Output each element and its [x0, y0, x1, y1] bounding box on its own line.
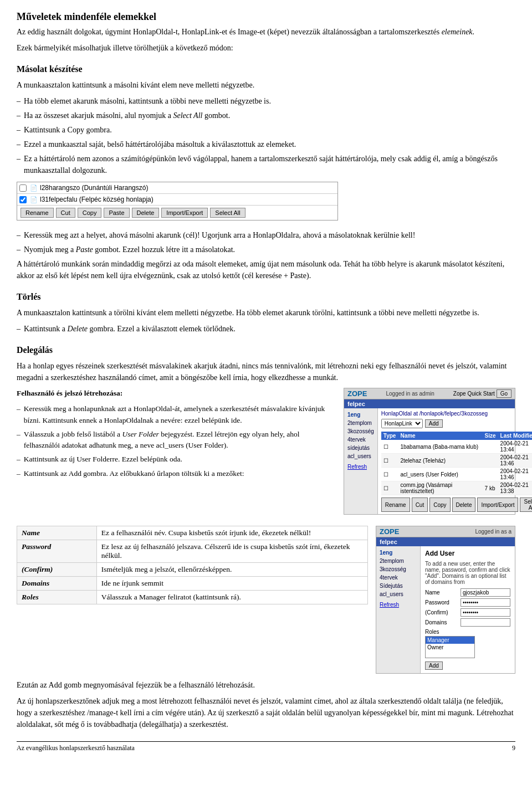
add-user-confirm-label: (Confirm)	[425, 609, 458, 616]
add-user-password-field: Password	[425, 598, 510, 607]
zope-sidebar-item-1[interactable]: 1eng	[344, 411, 377, 419]
form-label-confirm: (Confirm)	[17, 563, 97, 577]
file-row-2: 📄 l31felpecfalu (Felpéc község honlapja)	[17, 194, 337, 206]
add-user-name-field: Name	[425, 588, 510, 597]
zope-sidebar-item-5[interactable]: sídejutás	[344, 444, 377, 452]
bullet-dash: –	[17, 95, 21, 107]
after-form-p2: Az új honlapszerkesztőnek adjuk meg a mo…	[17, 695, 515, 730]
zope-delete-btn[interactable]: Delete	[452, 498, 476, 512]
zope-sidebar-item-2[interactable]: 2templom	[344, 419, 377, 427]
form-label-name: Name	[17, 526, 97, 540]
after-form-p1: Ezután az Add gomb megnyomásával fejezzü…	[17, 679, 515, 691]
bullet-dash: –	[17, 139, 21, 150]
bullet-dash: –	[17, 323, 21, 335]
add-user-password-label: Password	[425, 599, 458, 606]
zope-screenshot: ZOPE Logged in as admin Zope Quick Start…	[344, 388, 515, 515]
fm-paste-button[interactable]: Paste	[104, 208, 129, 218]
zope-go-button[interactable]: Go	[497, 389, 511, 398]
zope-breadcrumb: HonlapOldal at /honlapok/felpec/3kozosse…	[381, 411, 532, 417]
add-user-confirm-input[interactable]	[461, 608, 510, 617]
bullet-text: Kattintsunk az Add gombra. Az előbukkanó…	[24, 468, 244, 479]
zope-body: 1eng 2templom 3kozosség 4tervek sídejutá…	[344, 408, 515, 514]
file-checkbox-1[interactable]	[19, 184, 27, 192]
bullet-text: Nyomjuk meg a Paste gombot. Ezzel hozzuk…	[24, 244, 235, 255]
add-user-zope-header: ZOPE Logged in as a	[376, 526, 515, 537]
bullet-dash: –	[17, 454, 21, 465]
delegalas-layout: Felhasználó és jelszó létrehozása: – Ker…	[17, 388, 515, 515]
bullet-copy-gomb: – Kattintsunk a Copy gombra.	[17, 124, 515, 136]
intro-text2: .	[473, 28, 475, 36]
zope-rename-btn[interactable]: Rename	[381, 498, 410, 512]
td-modified: 2004-02-21 13:46	[498, 468, 532, 481]
td-size	[483, 468, 498, 481]
add-user-name-input[interactable]	[461, 588, 510, 597]
add-user-domains-input[interactable]	[461, 618, 510, 627]
add-user-sidebar-2[interactable]: 2templom	[376, 557, 420, 565]
add-user-sidebar-3[interactable]: 3kozosség	[376, 565, 420, 573]
bullet-internal-copy: – Ezzel a munkaasztal saját, belső hátté…	[17, 139, 515, 150]
bullet-select-all: – Ha az összeset akarjuk másolni, alul n…	[17, 110, 515, 121]
fm-importexport-button[interactable]: Import/Export	[161, 208, 208, 218]
add-user-sidebar-4[interactable]: 4tervek	[376, 573, 420, 582]
fm-rename-button[interactable]: Rename	[21, 208, 54, 218]
section-delegalas-title: Delegálás	[17, 343, 515, 357]
section-torles-title: Törlés	[17, 290, 515, 304]
zope-copy-btn[interactable]: Copy	[429, 498, 450, 512]
zope-selectall-btn[interactable]: Select All	[520, 498, 532, 512]
delegalas-bullet-4: – Kattintsunk az Add gombra. Az előbukka…	[17, 468, 336, 479]
delegalas-bullet-3: – Kattintsunk az új User Folderre. Ezzel…	[17, 454, 336, 465]
zope-refresh-link[interactable]: Refresh	[344, 463, 377, 471]
intro-text: Az eddig használt dolgokat, úgymint Honl…	[17, 28, 442, 36]
fm-cut-button[interactable]: Cut	[56, 208, 75, 218]
file-checkbox-2[interactable]	[19, 196, 27, 203]
td-name: 2telehaz (Teleház)	[398, 454, 482, 468]
add-user-roles-box[interactable]: Manager Owner	[425, 636, 475, 658]
zope-importexport-btn[interactable]: Import/Export	[477, 498, 518, 512]
table-row: ☐ 1babamama (Baba-mama klub) 2004-02-21 …	[381, 440, 532, 454]
fm-copy-button[interactable]: Copy	[78, 208, 102, 218]
fm-delete-button[interactable]: Delete	[132, 208, 160, 218]
add-user-password-input[interactable]	[461, 598, 510, 607]
zope-cut-btn[interactable]: Cut	[412, 498, 428, 512]
td-size	[483, 440, 498, 454]
form-label-password: Password	[17, 540, 97, 563]
delegalas-bullet-2: – Válasszuk a jobb felső listából a User…	[17, 429, 336, 452]
th-modified: Last Modified	[498, 432, 532, 440]
td-name: 1babamama (Baba-mama klub)	[398, 440, 482, 454]
zope-sidebar-item-4[interactable]: 4tervek	[344, 435, 377, 444]
roles-option-manager[interactable]: Manager	[426, 637, 474, 644]
felh-label: Felhasználó és jelszó létrehozása:	[17, 388, 336, 399]
file-row-1: 📄 l28harangszo (Dunántúli Harangszó)	[17, 182, 337, 194]
footer-right: 9	[512, 744, 515, 752]
intro-italic: elemeinek	[442, 28, 473, 36]
masolat-p1: A munkaasztalon kattintsunk a másolni kí…	[17, 79, 515, 91]
add-user-main: Add User To add a new user, enter the na…	[421, 546, 515, 673]
add-user-sidebar-5[interactable]: Sídejutás	[376, 582, 420, 590]
zope-search-bar: HonlapLink Add	[381, 419, 532, 428]
bullet-dash: –	[17, 244, 21, 255]
add-user-add-button[interactable]: Add	[425, 661, 443, 670]
file-manager: 📄 l28harangszo (Dunántúli Harangszó) 📄 l…	[17, 182, 338, 220]
fm-selectall-button[interactable]: Select All	[210, 208, 245, 218]
td-type: ☐	[381, 454, 398, 468]
add-user-sidebar-1[interactable]: 1eng	[376, 548, 420, 557]
bullet-text: Keressük meg a honlapunknak azt a Honlap…	[24, 403, 336, 426]
form-row-domains: Domains Ide ne írjunk semmit	[17, 577, 368, 591]
roles-option-owner[interactable]: Owner	[426, 644, 474, 651]
add-user-desc: To add a new user, enter the name, passw…	[425, 561, 510, 585]
table-row: ☐ acl_users (User Folder) 2004-02-21 13:…	[381, 468, 532, 481]
add-user-sidebar-6[interactable]: acl_users	[376, 590, 420, 598]
zope-add-button[interactable]: Add	[425, 419, 443, 428]
bullet-dash: –	[17, 229, 21, 241]
file-label-2: l31felpecfalu (Felpéc község honlapja)	[40, 196, 154, 203]
bullet-more-copy: – Ha több elemet akarunk másolni, kattin…	[17, 95, 515, 107]
zope-sidebar-item-6[interactable]: acl_users	[344, 452, 377, 460]
zope-sidebar-item-3[interactable]: 3kozosség	[344, 427, 377, 435]
delete-italic: Delete	[68, 325, 88, 333]
add-user-refresh[interactable]: Refresh	[376, 601, 420, 609]
zope-type-select[interactable]: HonlapLink	[381, 419, 423, 428]
add-user-add-btn-container: Add	[425, 661, 510, 670]
th-size: Size	[483, 432, 498, 440]
torles-p1: A munkaasztalon kattintsunk a törölni kí…	[17, 307, 515, 319]
delegalas-p1: Ha a honlap egyes részeinek szerkesztésé…	[17, 360, 515, 383]
